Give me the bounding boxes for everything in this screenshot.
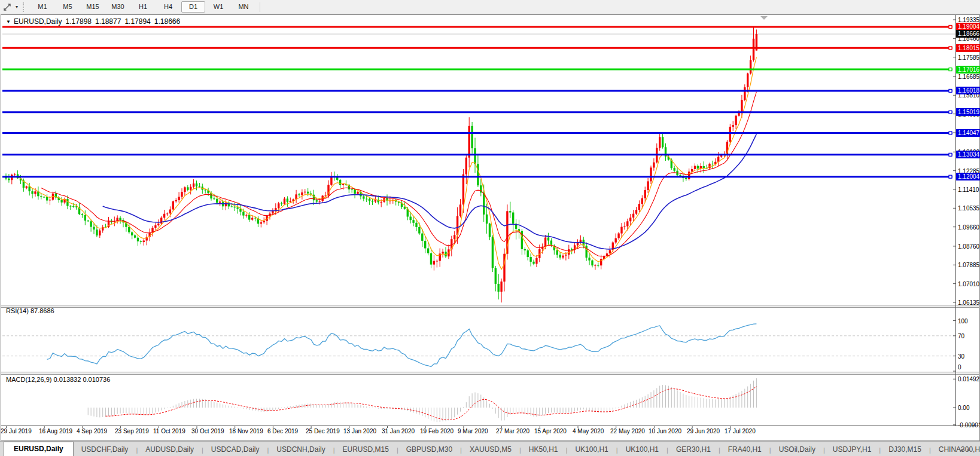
chart-tab-ger30-h1[interactable]: GER30,H1 [668, 443, 719, 456]
timeframe-button-m1[interactable]: M1 [31, 1, 54, 13]
chart-tab-usdcnh-daily[interactable]: USDCNH,Daily [269, 443, 333, 456]
chart-tab-uk100-h1[interactable]: UK100,H1 [567, 443, 616, 456]
resistance-price-tag: 1.18015 [956, 44, 980, 52]
price-axis-tick-label: 1.08760 [958, 243, 979, 250]
support-price-tag: 1.16018 [956, 87, 980, 94]
macd-axis-tick-label: 0.014921 [958, 376, 980, 382]
level-price-tag: 1.17016 [956, 66, 980, 74]
date-axis-tick-label: 6 Dec 2019 [267, 428, 298, 434]
date-axis-tick-label: 31 Jan 2020 [382, 428, 415, 434]
price-axis-tick-label: 1.17585 [958, 54, 979, 61]
rsi-indicator-label: RSI(14) 87.8686 [6, 307, 54, 314]
ohlc-high: 1.18877 [95, 17, 121, 26]
date-axis-tick-label: 10 Jun 2020 [649, 428, 681, 434]
date-axis-tick-label: 4 Sep 2019 [77, 428, 107, 434]
toolbar-grip[interactable] [23, 2, 26, 12]
line-end-handle[interactable] [949, 153, 952, 156]
date-axis-tick-label: 11 Oct 2019 [153, 428, 185, 434]
macd-axis-tick-label: 0.00 [958, 405, 969, 411]
rsi-axis-tick-label: 0 [958, 364, 961, 371]
date-axis-tick-label: 23 Sep 2019 [115, 428, 149, 434]
chart-tab-fra40-h1[interactable]: FRA40,H1 [720, 443, 769, 456]
bullish-candle-wicks [12, 26, 757, 302]
timeframe-button-w1[interactable]: W1 [206, 1, 230, 13]
tab-scroll-right-icon[interactable]: ▸ [967, 446, 975, 453]
rsi-axis-tick-label: 70 [958, 333, 964, 339]
price-axis-tick-label: 1.09660 [958, 224, 979, 231]
line-end-handle[interactable] [949, 68, 952, 71]
macd-histogram [88, 378, 756, 422]
date-axis-tick-label: 4 May 2020 [573, 428, 604, 434]
support-price-tag: 1.14047 [956, 129, 980, 137]
support-price-tag: 1.13034 [956, 151, 980, 158]
ohlc-close: 1.18666 [154, 17, 180, 26]
support-price-tag: 1.12004 [956, 173, 980, 180]
timeframe-button-mn[interactable]: MN [232, 1, 255, 13]
date-axis-tick-label: 13 Jan 2020 [343, 428, 376, 434]
date-axis-tick-label: 16 Aug 2019 [39, 428, 72, 434]
ma-fast-line [18, 57, 757, 270]
macd-axis-tick-label: -0.009015 [958, 422, 980, 429]
chart-tab-audusd-daily[interactable]: AUDUSD,Daily [138, 443, 202, 456]
ohlc-low: 1.17894 [124, 17, 150, 26]
mt4-window: { "toolbar": { "timeframes": ["M1","M5",… [0, 0, 980, 456]
collapse-arrow-icon[interactable]: ▼ [6, 19, 11, 25]
cursor-tool-button[interactable] [1, 2, 13, 13]
date-axis-tick-label: 30 Oct 2019 [191, 428, 224, 434]
timeframe-button-d1[interactable]: D1 [181, 1, 205, 13]
chart-tab-usoil-daily[interactable]: USOil,Daily [771, 443, 823, 456]
date-axis-tick-label: 25 Dec 2019 [306, 428, 340, 434]
timeframe-button-h4[interactable]: H4 [156, 1, 180, 13]
ohlc-open: 1.17898 [66, 17, 92, 26]
line-end-handle[interactable] [949, 25, 952, 28]
chart-tab-hk50-h1[interactable]: HK50,H1 [521, 443, 566, 456]
chart-tab-dj30-m15[interactable]: DJ30,M15 [881, 443, 929, 456]
cursor-tool-icon [3, 2, 12, 11]
price-axis-tick-label: 1.11410 [958, 186, 979, 193]
date-axis-tick-label: 15 Apr 2020 [534, 428, 567, 434]
line-end-handle[interactable] [949, 47, 952, 50]
macd-indicator-label: MACD(12,26,9) 0.013832 0.010736 [6, 376, 110, 383]
date-axis-tick-label: 29 Jun 2020 [687, 428, 720, 434]
line-end-handle[interactable] [949, 175, 952, 178]
chart-symbol-label: EURUSD,Daily [14, 17, 62, 26]
price-axis-tick-label: 1.16685 [958, 74, 979, 80]
price-axis-tick-label: 1.06135 [958, 299, 979, 306]
date-axis-tick-label: 19 Feb 2020 [420, 428, 454, 434]
timeframe-button-m30[interactable]: M30 [106, 1, 130, 13]
chart-shift-marker-icon[interactable] [760, 16, 768, 20]
price-axis-tick-label: 1.07885 [958, 262, 979, 268]
chart-tab-uk100-h1[interactable]: UK100,H1 [618, 443, 666, 456]
chart-tab-xauusd-m5[interactable]: XAUUSD,M5 [462, 443, 519, 456]
date-axis-tick-label: 29 Jul 2019 [1, 428, 32, 434]
tab-scroll-left-icon[interactable]: ◂ [960, 446, 967, 453]
line-end-handle[interactable] [949, 89, 952, 92]
timeframe-button-m15[interactable]: M15 [81, 1, 105, 13]
date-axis-tick-label: 22 May 2020 [610, 428, 645, 434]
chart-tab-usdjpy-h1[interactable]: USDJPY,H1 [825, 443, 879, 456]
chart-tab-bar: EURUSD,DailyUSDCHF,Daily|AUDUSD,Daily|US… [0, 441, 980, 456]
timeframe-button-m5[interactable]: M5 [56, 1, 80, 13]
bid-price-tag: 1.18666 [956, 30, 980, 38]
line-end-handle[interactable] [949, 111, 952, 114]
timeframe-toolbar: ▾ M1M5M15M30H1H4D1W1MN [0, 0, 980, 14]
ma-slow-line [103, 134, 757, 249]
price-chart-canvas [0, 0, 980, 456]
chart-tab-eurusd-daily[interactable]: EURUSD,Daily [4, 442, 74, 456]
price-axis-tick-label: 1.07010 [958, 281, 979, 287]
dropdown-caret-icon[interactable]: ▾ [13, 4, 20, 10]
date-axis-tick-label: 9 Mar 2020 [458, 428, 488, 434]
rsi-axis-tick-label: 100 [958, 318, 968, 325]
ma-medium-line [41, 92, 757, 256]
timeframe-button-h1[interactable]: H1 [131, 1, 155, 13]
rsi-line [47, 324, 757, 367]
timeframe-button-group: M1M5M15M30H1H4D1W1MN [30, 1, 256, 13]
line-end-handle[interactable] [949, 131, 952, 134]
date-axis-tick-label: 17 Jul 2020 [725, 428, 756, 434]
chart-tab-gbpusd-m30[interactable]: GBPUSD,M30 [398, 443, 460, 456]
rsi-axis-tick-label: 30 [958, 353, 964, 360]
chart-tab-usdchf-daily[interactable]: USDCHF,Daily [74, 443, 136, 456]
date-axis-tick-label: 18 Nov 2019 [229, 428, 263, 434]
chart-tab-usdcad-daily[interactable]: USDCAD,Daily [203, 443, 267, 456]
chart-tab-eurusd-m15[interactable]: EURUSD,M15 [335, 443, 397, 456]
